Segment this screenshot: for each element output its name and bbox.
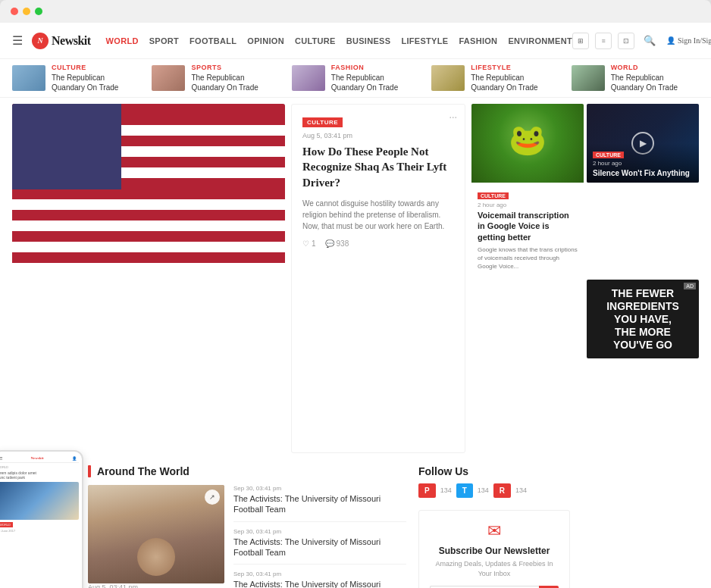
- center-article[interactable]: ··· CULTURE Aug 5, 03:41 pm How Do These…: [291, 104, 465, 453]
- share-button[interactable]: ↗: [205, 489, 220, 505]
- social-pinterest-button[interactable]: P: [418, 483, 436, 498]
- nav-link-fashion[interactable]: FASHION: [459, 36, 497, 45]
- video-article-category: CULTURE: [593, 152, 624, 158]
- aw-list-date-1: Sep 30, 03:41 pm: [233, 485, 406, 492]
- right-sidebar: Follow Us P 134 T 134 R 134 ✉ Subscribe …: [418, 465, 570, 588]
- ticker-content-5: WORLD The Republican Quandary On Trade: [611, 64, 699, 92]
- logo-text: Newskit: [52, 34, 91, 48]
- aw-list-item-3[interactable]: Sep 30, 03:41 pm The Activists: The Univ…: [233, 571, 406, 588]
- nav-link-opinion[interactable]: OPINION: [247, 36, 284, 45]
- signin-button[interactable]: 👤 Sign In/Sign Up: [666, 36, 711, 45]
- frog-image: [471, 104, 584, 183]
- nav-link-culture[interactable]: CULTURE: [295, 36, 336, 45]
- nav-icons: ⊞ ≡ ⊡ 🔍 👤 Sign In/Sign Up: [572, 33, 711, 49]
- nav-icon-1[interactable]: ⊞: [572, 33, 589, 49]
- minimize-button-dot[interactable]: [23, 8, 30, 15]
- ticker-title-5: The Republican Quandary On Trade: [611, 73, 699, 92]
- featured-left-article[interactable]: [12, 104, 285, 453]
- follow-title: Follow Us: [418, 465, 570, 477]
- nav-link-lifestyle[interactable]: LIFESTYLE: [401, 36, 448, 45]
- aw-list-title-1: The Activists: The University of Missour…: [233, 493, 406, 515]
- article-dots-menu[interactable]: ···: [449, 112, 458, 124]
- article-date: Aug 5, 03:41 pm: [302, 132, 454, 139]
- newsletter-box: ✉ Subscribe Our Newsletter Amazing Deals…: [418, 510, 570, 588]
- social-pinterest-count: 134: [440, 486, 452, 494]
- grid-item-ad: THE FEWER INGREDIENTS YOU HAVE, THE MORE…: [587, 280, 699, 358]
- video-article-overlay: CULTURE 2 hour ago Silence Won't Fix Any…: [587, 143, 699, 183]
- aw-date: Aug 5, 03:41 pm: [88, 583, 224, 588]
- social-reddit-button[interactable]: R: [493, 483, 511, 498]
- flag-image: [12, 104, 285, 263]
- ticker-image-3: [292, 65, 325, 91]
- aw-list-title-3: The Activists: The University of Missour…: [233, 579, 406, 588]
- article-meta: ♡ 1 💬 938: [302, 239, 454, 248]
- main-content-area: ··· CULTURE Aug 5, 03:41 pm How Do These…: [0, 104, 711, 465]
- aw-main-image: [88, 485, 224, 583]
- mobile-screen: ☰ Newskit 👤 WORLD lorem adipis dolor ame…: [0, 452, 82, 536]
- article-likes: ♡ 1: [302, 239, 316, 248]
- social-row: P 134 T 134 R 134: [418, 483, 570, 498]
- mobile-nav: ☰ Newskit 👤: [0, 455, 79, 463]
- ticker-item-1[interactable]: CULTURE The Republican Quandary On Trade: [12, 64, 139, 92]
- ticker-item-5[interactable]: WORLD The Republican Quandary On Trade: [572, 64, 699, 92]
- navbar: ☰ N Newskit WORLD SPORT FOOTBALL OPINION…: [0, 23, 711, 59]
- hamburger-menu[interactable]: ☰: [12, 33, 23, 48]
- grid-item-video[interactable]: ▶ CULTURE 2 hour ago Silence Won't Fix A…: [587, 104, 699, 183]
- aw-list-item-1[interactable]: Sep 30, 03:41 pm The Activists: The Univ…: [233, 485, 406, 522]
- frog-article-time: 2 hour ago: [478, 202, 578, 208]
- nav-link-sport[interactable]: SPORT: [149, 36, 179, 45]
- comment-icon: 💬: [325, 239, 334, 248]
- article-title: How Do These People Not Recognize Shaq A…: [302, 144, 454, 190]
- ticker-title-2: The Republican Quandary On Trade: [191, 73, 279, 92]
- nav-link-business[interactable]: BUSINESS: [346, 36, 391, 45]
- aw-main-article[interactable]: ↗ Aug 5, 03:41 pm Across London as armed…: [88, 485, 224, 588]
- ticker-image-4: [431, 65, 465, 91]
- newsletter-icon: ✉: [430, 521, 559, 541]
- mobile-article-image: [0, 482, 79, 520]
- social-reddit-count: 134: [515, 486, 527, 494]
- aw-list-item-2[interactable]: Sep 30, 03:41 pm The Activists: The Univ…: [233, 528, 406, 565]
- aw-list-date-2: Sep 30, 03:41 pm: [233, 528, 406, 535]
- close-button-dot[interactable]: [11, 8, 18, 15]
- ticker-content-4: LIFESTYLE The Republican Quandary On Tra…: [471, 64, 559, 92]
- frog-article-overlay: CULTURE 2 hour ago Voicemail transcripti…: [471, 183, 584, 277]
- ticker-image-1: [12, 65, 45, 91]
- maximize-button-dot[interactable]: [35, 8, 42, 15]
- browser-content-area: ☰ N Newskit WORLD SPORT FOOTBALL OPINION…: [0, 23, 711, 588]
- user-icon: 👤: [666, 36, 675, 45]
- mobile-logo: Newskit: [30, 456, 43, 460]
- logo-icon: N: [32, 33, 49, 49]
- logo[interactable]: N Newskit: [32, 33, 91, 49]
- nav-link-football[interactable]: FOOTBALL: [189, 36, 236, 45]
- nav-link-world[interactable]: WORLD: [106, 36, 139, 45]
- nav-icon-2[interactable]: ≡: [595, 33, 612, 49]
- grid-item-frog[interactable]: CULTURE 2 hour ago Voicemail transcripti…: [471, 104, 584, 277]
- newsletter-subtitle: Amazing Deals, Updates & Freebies In You…: [430, 559, 559, 578]
- ticker-content-1: CULTURE The Republican Quandary On Trade: [52, 64, 139, 92]
- ticker-content-3: FASHION The Republican Quandary On Trade: [331, 64, 419, 92]
- ticker-category-5: WORLD: [611, 64, 699, 71]
- mobile-section-label: WORLD: [0, 465, 79, 469]
- ad-image: THE FEWER INGREDIENTS YOU HAVE, THE MORE…: [587, 280, 699, 358]
- mobile-mockup: ☰ Newskit 👤 WORLD lorem adipis dolor ame…: [0, 450, 83, 588]
- ticker-content-2: SPORTS The Republican Quandary On Trade: [191, 64, 279, 92]
- social-twitter-button[interactable]: T: [456, 483, 473, 498]
- article-excerpt: We cannot disguise hostility towards any…: [302, 198, 454, 232]
- nav-links: WORLD SPORT FOOTBALL OPINION CULTURE BUS…: [106, 36, 572, 45]
- ticker-item-2[interactable]: SPORTS The Republican Quandary On Trade: [152, 64, 279, 92]
- ticker-category-3: FASHION: [331, 64, 419, 71]
- video-article-title: Silence Won't Fix Anything: [593, 168, 693, 178]
- frog-article-category: CULTURE: [478, 192, 509, 199]
- ad-text: THE FEWER INGREDIENTS YOU HAVE, THE MORE…: [606, 287, 679, 351]
- browser-window: ☰ N Newskit WORLD SPORT FOOTBALL OPINION…: [0, 0, 711, 588]
- social-twitter-count: 134: [478, 486, 489, 494]
- nav-link-environment[interactable]: ENVIRONMENT: [508, 36, 572, 45]
- ticker-item-4[interactable]: LIFESTYLE The Republican Quandary On Tra…: [431, 64, 559, 92]
- around-world-section: Around The World ↗ Aug 5, 03:41 pm Acros…: [88, 465, 406, 588]
- ticker-image-5: [572, 65, 605, 91]
- ticker-item-3[interactable]: FASHION The Republican Quandary On Trade: [292, 64, 419, 92]
- around-world-title: Around The World: [88, 465, 406, 477]
- ticker-category-1: CULTURE: [52, 64, 139, 71]
- search-icon[interactable]: 🔍: [644, 35, 656, 47]
- nav-icon-3[interactable]: ⊡: [618, 33, 634, 49]
